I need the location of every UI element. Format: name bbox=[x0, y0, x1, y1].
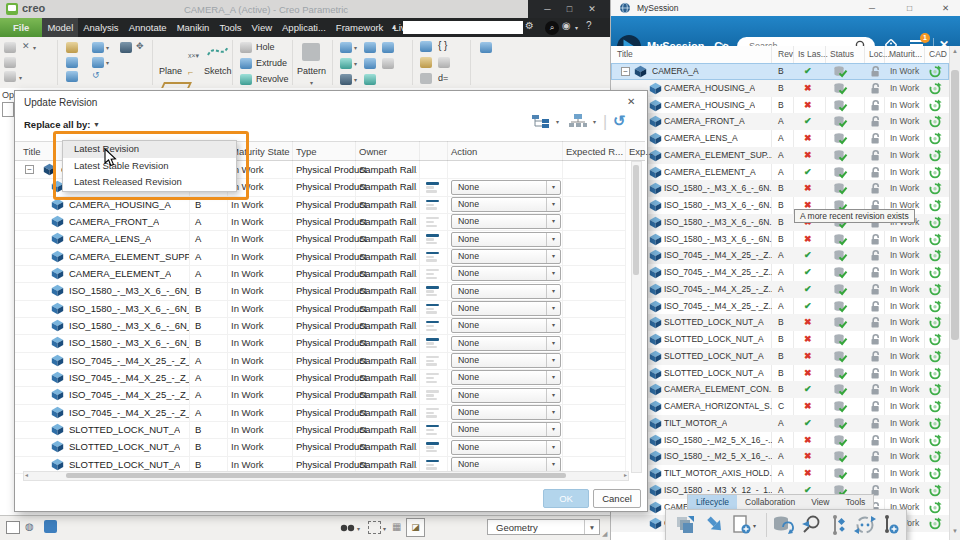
menu-manikin[interactable]: Manikin bbox=[172, 18, 215, 37]
session-row[interactable]: ISO_7045_-_M4_X_25_-_Z...A✔In Work bbox=[611, 281, 949, 298]
session-row[interactable]: ISO_1580_-_M3_X_6_-_6N...B✖In Work bbox=[611, 231, 949, 248]
edit-feature-icon[interactable] bbox=[340, 42, 352, 53]
action-select[interactable]: None▾ bbox=[451, 249, 561, 264]
session-row[interactable]: TILT_MOTOR_AXIS_HOLD...A✖In Work bbox=[611, 465, 949, 482]
session-row[interactable]: ISO_7045_-_M4_X_25_-_Z...A✔In Work bbox=[611, 298, 949, 315]
structure-icon[interactable] bbox=[828, 514, 848, 536]
pattern-icon[interactable] bbox=[302, 43, 320, 61]
column-header[interactable]: Exp... bbox=[629, 146, 653, 157]
action-select[interactable]: None▾ bbox=[451, 232, 561, 247]
trim-icon[interactable] bbox=[382, 42, 394, 53]
session-row[interactable]: CAMERA_ELEMENT_CON...B✔In Work bbox=[611, 381, 949, 398]
revolve-icon[interactable] bbox=[240, 74, 252, 85]
regenerate-icon[interactable] bbox=[66, 42, 78, 53]
command-search-input[interactable] bbox=[403, 21, 523, 34]
scrollbar-thumb[interactable] bbox=[951, 70, 959, 340]
round-icon[interactable] bbox=[340, 58, 352, 69]
session-row[interactable]: SLOTTED_LOCK_NUT_AB✖In Work bbox=[611, 348, 949, 365]
session-row[interactable]: ISO_1580_-_M3_X_6_-_6N...B✖In Work bbox=[611, 180, 949, 197]
image-icon[interactable] bbox=[420, 41, 432, 52]
connect-icon[interactable]: ◉ bbox=[562, 20, 571, 31]
table-row[interactable]: ISO_7045_-_M4_X_25_-_Z_-_25AIn WorkPhysi… bbox=[15, 386, 625, 404]
menu-view[interactable]: View bbox=[247, 18, 277, 37]
surface-icon[interactable] bbox=[438, 57, 450, 68]
propagate-icon[interactable] bbox=[674, 514, 696, 536]
menu-file[interactable]: File bbox=[0, 18, 42, 37]
new-content-icon[interactable]: ▾ bbox=[732, 514, 758, 536]
menu-applicati[interactable]: Applicati... bbox=[277, 18, 331, 37]
mirror-icon[interactable] bbox=[364, 42, 376, 53]
shell-icon[interactable] bbox=[340, 74, 352, 85]
document-icon[interactable] bbox=[2, 102, 14, 117]
plane-button[interactable]: Plane bbox=[159, 66, 182, 76]
session-row[interactable]: ISO_1580_-_M2_5_X_16_-...A✖In Work bbox=[611, 448, 949, 465]
action-select[interactable]: None▾ bbox=[451, 266, 561, 281]
resize-grip[interactable]: ◢ bbox=[602, 530, 607, 538]
menu-tools[interactable]: Tools bbox=[214, 18, 246, 37]
table-row[interactable]: ISO_1580_-_M3_X_6_-_6N_ABIn WorkPhysical… bbox=[15, 282, 625, 300]
annotate-icon[interactable] bbox=[420, 57, 432, 68]
maximize-button[interactable]: □ bbox=[567, 4, 572, 14]
table-row[interactable]: SLOTTED_LOCK_NUT_ABIn WorkPhysical Produ… bbox=[15, 438, 625, 456]
session-row[interactable]: −CAMERA_AB✔In Work bbox=[611, 63, 949, 80]
drag-icon[interactable]: ✥ bbox=[136, 41, 144, 51]
synchronize-icon[interactable] bbox=[854, 514, 878, 536]
action-select[interactable]: None▾ bbox=[451, 457, 561, 472]
chevron-down-icon[interactable]: ▾ bbox=[106, 59, 109, 66]
session-row[interactable]: SLOTTED_LOCK_NUT_AB✖In Work bbox=[611, 365, 949, 382]
table-row[interactable]: ISO_7045_-_M4_X_25_-_Z_-_25AIn WorkPhysi… bbox=[15, 369, 625, 387]
ok-button[interactable]: OK bbox=[543, 489, 589, 508]
tab-lifecycle[interactable]: Lifecycle bbox=[688, 495, 737, 510]
add-link-icon[interactable] bbox=[882, 514, 900, 536]
draft-icon[interactable] bbox=[382, 58, 394, 69]
tab-collaboration[interactable]: Collaboration bbox=[737, 495, 803, 510]
extra-tool-icon[interactable] bbox=[480, 42, 492, 53]
session-row[interactable]: TILT_MOTOR_AA✔In Work bbox=[611, 415, 949, 432]
table-icon[interactable] bbox=[420, 73, 432, 84]
selection-filter-icon[interactable] bbox=[368, 521, 381, 534]
session-row[interactable]: SLOTTED_LOCK_NUT_AB✖In Work bbox=[611, 331, 949, 348]
session-row[interactable]: CAMERA_HOUSING_AB✖In Work bbox=[611, 97, 949, 114]
cancel-button[interactable]: Cancel bbox=[593, 489, 641, 508]
table-row[interactable]: SLOTTED_LOCK_NUT_ABIn WorkPhysical Produ… bbox=[15, 421, 625, 439]
grid-snap-icon[interactable]: ▦ bbox=[392, 521, 401, 532]
sketch-button[interactable]: Sketch bbox=[204, 66, 232, 76]
find-icon[interactable] bbox=[340, 522, 355, 534]
collapse-toggle[interactable]: − bbox=[621, 67, 630, 76]
chevron-down-icon[interactable]: ▾ bbox=[310, 79, 313, 86]
boundary-icon[interactable] bbox=[120, 42, 132, 53]
session-row[interactable]: CAMERA_FRONT_AA✔In Work bbox=[611, 113, 949, 130]
refresh-icon[interactable]: ↺ bbox=[92, 70, 100, 80]
action-select[interactable]: None▾ bbox=[451, 422, 561, 437]
menu-framework[interactable]: Framework bbox=[331, 18, 389, 37]
action-select[interactable]: None▾ bbox=[451, 440, 561, 455]
horizontal-scrollbar[interactable]: ◂▸ bbox=[23, 471, 629, 481]
table-row[interactable]: ISO_7045_-_M4_X_25_-_Z_-_25AIn WorkPhysi… bbox=[15, 352, 625, 370]
dimension-icon[interactable]: d= bbox=[438, 73, 448, 83]
table-row[interactable]: CAMERA_ELEMENT_AAIn WorkPhysical Product… bbox=[15, 265, 625, 283]
action-select[interactable]: None▾ bbox=[451, 180, 561, 195]
chamfer-icon[interactable] bbox=[364, 58, 376, 69]
action-select[interactable]: None▾ bbox=[451, 318, 561, 333]
menu-annotate[interactable]: Annotate bbox=[124, 18, 172, 37]
session-row[interactable]: SLOTTED_LOCK_NUT_AB✖In Work bbox=[611, 314, 949, 331]
vertical-scrollbar[interactable] bbox=[631, 161, 642, 473]
menu-analysis[interactable]: Analysis bbox=[78, 18, 123, 37]
copy-icon[interactable] bbox=[4, 57, 16, 68]
model-intent-icon[interactable] bbox=[92, 57, 104, 68]
database-refresh-icon[interactable] bbox=[772, 514, 794, 536]
help-icon[interactable]: ? bbox=[586, 20, 592, 31]
chevron-down-icon[interactable]: ▾ bbox=[106, 44, 109, 51]
action-select[interactable]: None▾ bbox=[451, 301, 561, 316]
model-tree-toggle-icon[interactable] bbox=[6, 521, 20, 534]
pattern-button[interactable]: Pattern bbox=[297, 66, 326, 76]
chevron-down-icon[interactable]: ▾ bbox=[354, 60, 357, 67]
explore-icon[interactable] bbox=[800, 514, 824, 536]
action-select[interactable]: None▾ bbox=[451, 353, 561, 368]
session-row[interactable]: ISO_7045_-_M4_X_25_-_Z...A✔In Work bbox=[611, 264, 949, 281]
chevron-down-icon[interactable]: ▾ bbox=[354, 44, 357, 51]
menu-model[interactable]: Model bbox=[42, 18, 78, 37]
table-row[interactable]: CAMERA_ELEMENT_SUPPORTAIn WorkPhysical P… bbox=[15, 248, 625, 266]
delete-icon[interactable]: ✕ bbox=[22, 41, 30, 51]
dropdown-item[interactable]: Latest Released Revision bbox=[63, 174, 236, 191]
